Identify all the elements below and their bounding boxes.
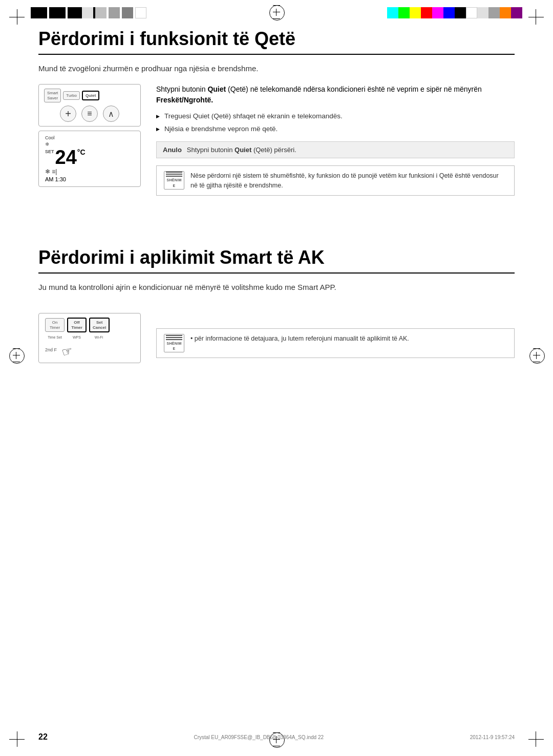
page-number: 22 xyxy=(38,732,48,742)
shenime-label-2-text: SHËNIM E xyxy=(166,341,182,352)
remote2-label-wps: WPS xyxy=(67,335,87,339)
section-smart-ak: Përdorimi i aplikimit Smart të AK Ju mun… xyxy=(38,247,515,363)
shenime-line-2 xyxy=(166,174,182,175)
section1-content-row: SmartSaver Turbo Quiet + ≡ ∧ Cool ❄ SET xyxy=(38,84,515,196)
bullet-list: Treguesi Quiet (Qetë) shfaqet në ekranin… xyxy=(156,112,515,134)
remote-icons-row: + ≡ ∧ xyxy=(44,106,135,122)
note-label: Anulo xyxy=(163,146,182,154)
section1-title: Përdorimi i funksionit të Qetë xyxy=(38,28,515,55)
display-wind-icon: ❄ ≡| xyxy=(45,168,57,175)
remote-btn-turbo: Turbo xyxy=(63,91,80,100)
shenime-line-1 xyxy=(166,172,182,173)
display-temp-unit: °C xyxy=(77,149,86,156)
section2-subtitle: Ju mund ta kontrolloni ajrin e kondicion… xyxy=(38,283,515,291)
shenime-content: Nëse përdorni një sistem të shumëfishtë,… xyxy=(190,171,507,191)
display-icons-row: ❄ ≡| xyxy=(45,168,134,175)
display-temp-value: 24 xyxy=(55,148,77,167)
remote-buttons-row: SmartSaver Turbo Quiet xyxy=(44,89,135,102)
remote2-btn-off-timer: OffTimer xyxy=(67,318,87,332)
section2-content-row: OnTimer OffTimer SetCancel Time Set WPS … xyxy=(38,313,515,363)
shenime-lines-2 xyxy=(166,335,182,340)
section2-right-content: SHËNIM E • për informacione të detajuara… xyxy=(156,313,515,358)
shenime-box-1: SHËNIM E Nëse përdorni një sistem të shu… xyxy=(156,165,515,196)
remote2-2ndf-label: 2nd F xyxy=(45,347,57,352)
display-mode: Cool xyxy=(45,135,134,140)
shenime-icon: SHËNIM E xyxy=(164,171,184,190)
page-content: Përdorimi i funksionit të Qetë Mund të z… xyxy=(0,0,553,402)
page-footer: 22 Crystal EU_AR09FSSE@_IB_DB68-03364A_S… xyxy=(0,732,553,742)
remote2-label-timeset: Time Set xyxy=(45,335,65,339)
display-set-label: SET xyxy=(45,150,54,154)
remote2-hand-icon: ☞ xyxy=(60,343,75,360)
bullet-item-2: Njësia e brendshme vepron më qetë. xyxy=(156,124,515,134)
footer-filename: Crystal EU_AR09FSSE@_IB_DB68-03364A_SQ.i… xyxy=(194,734,324,740)
remote2-btn-set-cancel: SetCancel xyxy=(89,318,110,332)
remote-control-illustration: SmartSaver Turbo Quiet + ≡ ∧ Cool ❄ SET xyxy=(38,84,141,187)
shenime-line-2-3 xyxy=(166,339,182,340)
spacer-s2-right xyxy=(156,313,515,328)
note-box: Anulo Shtypni butonin Quiet (Qetë) përsë… xyxy=(156,141,515,158)
remote2-panel: OnTimer OffTimer SetCancel Time Set WPS … xyxy=(38,313,141,363)
shenime-line-3 xyxy=(166,176,182,177)
shenime-line-2-2 xyxy=(166,337,182,338)
remote-top-panel: SmartSaver Turbo Quiet + ≡ ∧ xyxy=(38,84,141,127)
section1-right-content: Shtypni butonin Quiet (Qetë) në telekoma… xyxy=(156,84,515,196)
section2-title: Përdorimi i aplikimit Smart të AK xyxy=(38,247,515,274)
spacer-between-sections xyxy=(38,206,515,237)
remote-btn-smart-saver: SmartSaver xyxy=(44,89,61,102)
shenime-box-2: SHËNIM E • për informacione të detajuara… xyxy=(156,328,515,358)
remote2-btn-on-timer: OnTimer xyxy=(45,318,65,332)
remote-up-btn: ∧ xyxy=(103,106,119,122)
remote-btn-quiet: Quiet xyxy=(82,91,99,101)
footer-timestamp: 2012-11-9 19:57:24 xyxy=(470,734,515,740)
note-text: Shtypni butonin Quiet (Qetë) përsëri. xyxy=(187,146,296,154)
remote2-labels-row: Time Set WPS Wi-Fi xyxy=(45,335,134,339)
remote2-bottom-row: 2nd F ☞ xyxy=(45,341,134,359)
remote2-label-wifi: Wi-Fi xyxy=(89,335,109,339)
shenime-lines xyxy=(166,172,182,177)
remote2-illustration: OnTimer OffTimer SetCancel Time Set WPS … xyxy=(38,313,141,363)
shenime-line-2-1 xyxy=(166,335,182,336)
shenime-icon-2: SHËNIM E xyxy=(164,334,184,352)
shenime-text-1: Nëse përdorni një sistem të shumëfishtë,… xyxy=(190,171,507,191)
remote2-buttons-row: OnTimer OffTimer SetCancel xyxy=(45,318,134,332)
section-quiet: Përdorimi i funksionit të Qetë Mund të z… xyxy=(38,28,515,196)
shenime-text-2: • për informacione të detajuara, ju lute… xyxy=(190,334,409,344)
bullet-item-1: Treguesi Quiet (Qetë) shfaqet në ekranin… xyxy=(156,112,515,121)
instruction-text: Shtypni butonin Quiet (Qetë) në telekoma… xyxy=(156,84,515,106)
section1-subtitle: Mund të zvogëloni zhurmën e prodhuar nga… xyxy=(38,64,515,73)
display-ampm: AM xyxy=(45,176,54,182)
remote-plus-btn: + xyxy=(60,106,76,122)
remote-menu-btn: ≡ xyxy=(81,106,98,122)
display-time-value: 1:30 xyxy=(55,176,66,182)
display-temp-row: SET 24 °C xyxy=(45,148,134,167)
display-time: AM 1:30 xyxy=(45,176,134,182)
spacer-s2 xyxy=(38,303,515,313)
remote-display-panel: Cool ❄ SET 24 °C ❄ ≡| AM 1:30 xyxy=(38,131,141,187)
shenime-content-2: • për informacione të detajuara, ju lute… xyxy=(190,334,409,344)
shenime-label-text: SHËNIM E xyxy=(166,178,182,188)
